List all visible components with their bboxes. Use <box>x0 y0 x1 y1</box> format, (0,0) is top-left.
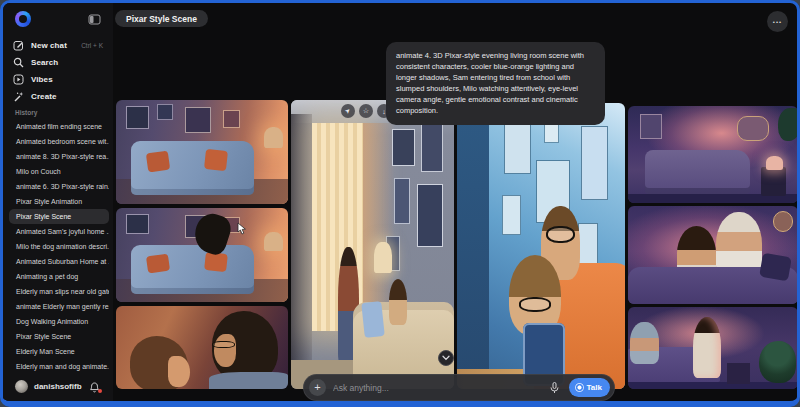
man-face-illustration <box>214 334 236 367</box>
talk-button[interactable]: Talk <box>569 378 610 397</box>
scroll-down-button[interactable] <box>438 350 454 366</box>
attach-button[interactable]: + <box>309 379 326 396</box>
pillow-illustration <box>146 151 171 173</box>
picture-frame <box>126 214 148 235</box>
create-wand-icon <box>13 91 24 102</box>
history-item[interactable]: Elderly Man Scene <box>9 344 109 359</box>
conversation-title-pill[interactable]: Pixar Style Scene <box>115 10 208 27</box>
sidebar-item-create[interactable]: Create <box>3 88 113 105</box>
picture-frame <box>773 211 793 233</box>
nav-label: Search <box>31 58 58 67</box>
floor-illustration <box>628 382 798 389</box>
download-icon: ↓ <box>382 108 386 115</box>
picture-frame <box>157 104 172 120</box>
history-item[interactable]: animate 6. 3D Pixar-style rain... <box>9 179 109 194</box>
mic-icon <box>550 382 559 394</box>
picture-frame <box>581 126 608 200</box>
plant-illustration <box>778 108 798 141</box>
history-item[interactable]: Dog Walking Animation <box>9 314 109 329</box>
history-item[interactable]: animate Elderly man gently re... <box>9 299 109 314</box>
picture-frame <box>504 117 531 174</box>
pillow-illustration <box>204 149 228 171</box>
gallery-image-blue-room-backpack[interactable] <box>457 103 625 389</box>
history-item[interactable]: Elderly man and dog animate... <box>9 359 109 374</box>
glasses-illustration <box>212 341 234 348</box>
plus-icon: + <box>314 382 320 393</box>
history-item[interactable]: Animated film ending scene <box>9 119 109 134</box>
gallery-image-boy-elderly-man[interactable] <box>628 206 798 304</box>
pillow-illustration <box>146 254 170 274</box>
history-item[interactable]: Animating a pet dog <box>9 269 109 284</box>
history-item[interactable]: Pixar Style Scene <box>9 329 109 344</box>
talk-label: Talk <box>587 383 602 392</box>
share-icon: ➤ <box>343 106 353 116</box>
pillow-illustration <box>759 253 792 281</box>
lamp-illustration <box>374 242 392 274</box>
history-item[interactable]: Animated Suburban Home at ... <box>9 254 109 269</box>
picture-frame <box>392 129 415 167</box>
message-composer: + Talk <box>303 374 615 401</box>
sidebar-item-vibes[interactable]: Vibes <box>3 71 113 88</box>
picture-frame <box>223 110 240 128</box>
picture-frame <box>640 114 662 139</box>
notifications-button[interactable] <box>89 380 101 393</box>
ellipsis-icon: ••• <box>773 19 782 25</box>
gallery-image-dusk-living-room[interactable] <box>628 106 798 203</box>
history-item[interactable]: Animated bedroom scene wit... <box>9 134 109 149</box>
app-logo-icon <box>15 11 31 27</box>
user-account-row[interactable]: danishsofifb <box>3 376 113 396</box>
shoulder-illustration <box>209 372 288 389</box>
side-table-illustration <box>761 167 787 196</box>
gallery-image-boy-man-closeup[interactable] <box>116 306 288 389</box>
couch-illustration <box>645 150 750 195</box>
history-item[interactable]: Animated Sam's joyful home ... <box>9 224 109 239</box>
picture-frame <box>421 117 442 172</box>
door-illustration <box>291 114 312 360</box>
microphone-button[interactable] <box>548 381 562 395</box>
nav-label: New chat <box>31 41 67 50</box>
gallery-image-dog-jumping-couch[interactable] <box>116 208 288 302</box>
gallery-image-living-room-evening[interactable] <box>116 100 288 204</box>
history-item[interactable]: Elderly man slips near old gate <box>9 284 109 299</box>
new-chat-icon <box>13 40 24 51</box>
ask-anything-input[interactable] <box>333 383 541 393</box>
user-avatar[interactable] <box>15 380 28 393</box>
share-button[interactable]: ➤ <box>341 104 355 118</box>
gallery-image-main-evening-scene[interactable] <box>291 100 454 389</box>
history-item[interactable]: Milo on Couch <box>9 164 109 179</box>
lamp-illustration <box>264 127 283 148</box>
chevron-down-icon <box>442 355 450 361</box>
search-icon <box>13 57 24 68</box>
sidebar-item-new-chat[interactable]: New chat Ctrl + K <box>3 37 113 54</box>
username: danishsofifb <box>34 382 82 391</box>
new-chat-shortcut: Ctrl + K <box>81 42 103 49</box>
sidebar: New chat Ctrl + K Search Vibes Create Hi… <box>3 3 113 401</box>
download-button[interactable]: ↓ <box>377 104 391 118</box>
star-icon: ☆ <box>363 107 369 115</box>
sidebar-item-search[interactable]: Search <box>3 54 113 71</box>
history-item[interactable]: animate 8. 3D Pixar-style rea... <box>9 149 109 164</box>
picture-frame <box>578 223 598 269</box>
history-item[interactable]: Milo the dog animation descri... <box>9 239 109 254</box>
pillow-illustration <box>205 252 229 272</box>
elderly-man-illustration <box>630 322 659 365</box>
picture-frame <box>185 107 211 133</box>
history-heading: History <box>15 109 37 116</box>
nav-label: Create <box>31 92 57 101</box>
history-item-selected[interactable]: Pixar Style Scene <box>9 209 109 224</box>
gallery-image-boy-standing-dusk[interactable] <box>628 307 798 389</box>
user-prompt-message: animate 4. 3D Pixar-style evening living… <box>386 42 605 125</box>
side-table-illustration <box>727 363 751 384</box>
history-item[interactable]: Pixar Style Animation <box>9 194 109 209</box>
lamp-illustration <box>264 232 283 251</box>
doorway-illustration <box>457 103 489 389</box>
more-options-button[interactable]: ••• <box>767 11 788 32</box>
sidebar-toggle-button[interactable] <box>87 12 102 27</box>
notification-dot <box>98 389 102 393</box>
favorite-button[interactable]: ☆ <box>359 104 373 118</box>
app-window: New chat Ctrl + K Search Vibes Create Hi… <box>0 0 800 407</box>
image-hover-actions: ➤ ☆ ↓ <box>341 104 391 118</box>
picture-frame <box>417 184 443 248</box>
nav-label: Vibes <box>31 75 53 84</box>
pillow-illustration <box>361 301 384 338</box>
